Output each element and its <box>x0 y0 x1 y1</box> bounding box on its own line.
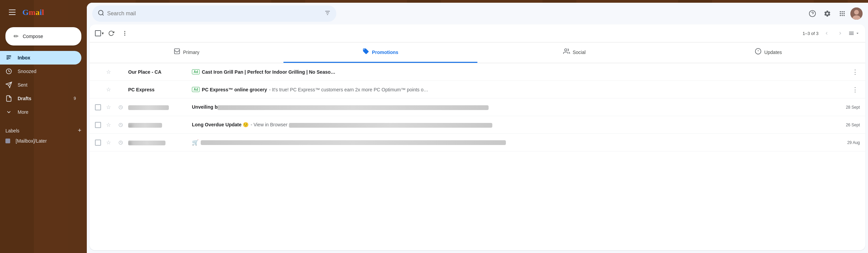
labels-title: Labels <box>5 128 19 133</box>
svg-point-14 <box>124 33 125 34</box>
email-sender <box>128 104 189 110</box>
email-checkbox[interactable] <box>95 104 101 110</box>
email-subject: Unveiling b <box>192 104 489 110</box>
email-checkbox[interactable] <box>95 122 101 128</box>
select-all-checkbox[interactable] <box>95 30 101 36</box>
logo-l: l <box>42 8 44 17</box>
star-button[interactable]: ☆ <box>104 103 113 112</box>
sidebar-item-drafts[interactable]: Drafts 9 <box>0 92 81 105</box>
help-button[interactable] <box>806 7 819 20</box>
add-label-button[interactable]: + <box>78 127 81 134</box>
gmail-logo: Gmail <box>22 8 44 17</box>
labels-section: Labels + [Mailbox]/Later <box>0 122 87 148</box>
sidebar-header: Gmail <box>0 3 87 24</box>
labels-header: Labels + <box>5 124 81 137</box>
email-row[interactable]: ☆ Unveiling b <box>90 98 865 116</box>
toolbar-right: 1–3 of 3 <box>803 28 860 39</box>
email-more-button[interactable]: ⋮ <box>850 67 860 77</box>
search-input[interactable] <box>107 11 321 17</box>
sent-label: Sent <box>18 82 76 88</box>
sidebar-item-snoozed[interactable]: Snoozed <box>0 65 81 78</box>
email-row[interactable]: ☆ S 🛒 <box>90 134 865 151</box>
email-area: ▾ 1–3 of 3 <box>90 24 865 250</box>
svg-line-4 <box>102 14 104 15</box>
social-tab-icon <box>563 48 570 56</box>
email-tabs: Primary Promotions Social Updates <box>90 42 865 63</box>
email-sender: Li <box>128 122 189 127</box>
search-input-wrapper <box>92 5 336 22</box>
promotions-tab-icon <box>362 48 369 56</box>
apps-button[interactable] <box>835 7 849 20</box>
settings-button[interactable] <box>821 7 834 20</box>
email-checkbox[interactable] <box>95 140 101 146</box>
search-bar <box>92 5 336 22</box>
compose-button[interactable]: ✏ Compose <box>5 27 81 46</box>
email-row[interactable]: ☆ PC Express Ad PC Express™ online groce… <box>90 81 865 98</box>
sidebar-item-more[interactable]: More <box>0 105 81 119</box>
inbox-icon <box>5 54 12 61</box>
email-row[interactable]: ☆ Li Long Overdue Update 🙂 - View in Bro… <box>90 116 865 134</box>
refresh-button[interactable] <box>105 27 117 39</box>
tab-social[interactable]: Social <box>477 42 671 63</box>
main-content: ▾ 1–3 of 3 <box>87 3 868 253</box>
primary-tab-icon <box>174 48 180 56</box>
drafts-badge: 9 <box>69 96 76 101</box>
snooze-button[interactable] <box>116 138 125 147</box>
prev-page-button[interactable] <box>821 28 832 39</box>
email-subject: Long Overdue Update 🙂 <box>192 122 249 127</box>
search-filter-icon[interactable] <box>324 10 331 18</box>
snooze-button[interactable] <box>116 103 125 112</box>
user-avatar[interactable] <box>850 7 863 20</box>
snooze-button[interactable] <box>116 120 125 130</box>
email-subject: Cast Iron Grill Pan | Perfect for Indoor… <box>202 69 337 75</box>
email-row[interactable]: ☆ Our Place - CA Ad Cast Iron Grill Pan … <box>90 63 865 81</box>
email-sender: S <box>128 140 189 145</box>
email-content: Ad Cast Iron Grill Pan | Perfect for Ind… <box>192 69 848 75</box>
tab-updates[interactable]: Updates <box>671 42 865 63</box>
email-list: ☆ Our Place - CA Ad Cast Iron Grill Pan … <box>90 63 865 250</box>
email-snippet: - It's true! PC Express™ customers earn … <box>269 87 428 92</box>
updates-tab-icon <box>755 48 762 56</box>
email-subject: PC Express™ online grocery <box>202 87 267 92</box>
toolbar-left: ▾ <box>95 27 131 39</box>
svg-point-3 <box>99 10 103 15</box>
next-page-button[interactable] <box>835 28 846 39</box>
updates-tab-label: Updates <box>764 50 782 55</box>
label-dot-icon <box>5 139 10 143</box>
sidebar-item-inbox[interactable]: Inbox <box>0 51 81 65</box>
tab-primary[interactable]: Primary <box>90 42 283 63</box>
snoozed-icon <box>5 68 12 75</box>
label-mailbox-later-text: [Mailbox]/Later <box>16 138 47 144</box>
email-content: Unveiling b <box>192 104 843 110</box>
svg-point-15 <box>124 35 125 36</box>
tab-promotions[interactable]: Promotions <box>283 42 477 63</box>
view-toggle-button[interactable] <box>848 30 860 36</box>
email-content: 🛒 <box>192 139 845 146</box>
sidebar-item-sent[interactable]: Sent <box>0 78 81 92</box>
star-button[interactable]: ☆ <box>104 120 113 130</box>
drafts-label: Drafts <box>18 96 64 101</box>
compose-pencil-icon: ✏ <box>14 33 19 40</box>
more-label: More <box>18 109 76 115</box>
hamburger-menu-button[interactable] <box>5 5 19 19</box>
logo-m1: m <box>29 8 36 17</box>
primary-tab-label: Primary <box>183 50 199 55</box>
star-button[interactable]: ☆ <box>104 67 113 77</box>
star-button[interactable]: ☆ <box>104 138 113 147</box>
svg-point-13 <box>124 31 125 32</box>
svg-point-11 <box>854 10 859 15</box>
email-more-button[interactable]: ⋮ <box>850 85 860 94</box>
select-dropdown-chevron[interactable]: ▾ <box>102 31 104 36</box>
more-expand-icon <box>5 109 12 115</box>
email-content: Long Overdue Update 🙂 - View in Browser <box>192 122 843 127</box>
star-button[interactable]: ☆ <box>104 85 113 94</box>
select-all-checkbox-area[interactable]: ▾ <box>95 30 104 36</box>
logo-a: a <box>36 8 40 17</box>
email-snippet: - View in Browser <box>251 122 492 127</box>
email-date: 29 Aug <box>847 140 860 145</box>
email-toolbar: ▾ 1–3 of 3 <box>90 24 865 42</box>
snoozed-label: Snoozed <box>18 69 76 74</box>
label-item-mailbox-later[interactable]: [Mailbox]/Later <box>5 137 81 145</box>
email-content: Ad PC Express™ online grocery - It's tru… <box>192 87 848 92</box>
more-options-button[interactable] <box>119 27 131 39</box>
